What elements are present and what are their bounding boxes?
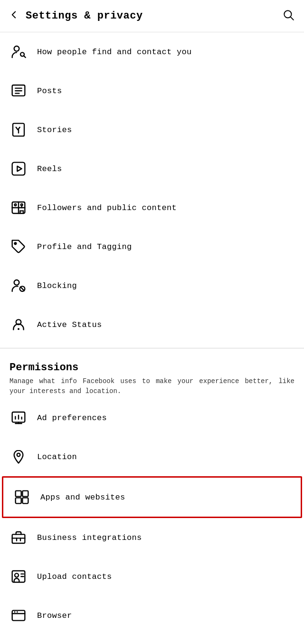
sidebar-item-stories[interactable]: Stories [0, 110, 304, 149]
svg-rect-36 [22, 491, 28, 497]
svg-rect-35 [16, 491, 21, 497]
posts-label: Posts [37, 87, 62, 96]
sidebar-item-ad-preferences[interactable]: Ad preferences [0, 398, 304, 437]
stories-icon [10, 121, 28, 139]
sidebar-item-off-facebook[interactable]: Off-Facebook activity [0, 635, 304, 644]
ad-prefs-icon [10, 409, 28, 427]
stories-label: Stories [37, 125, 72, 135]
svg-point-27 [18, 328, 19, 330]
reels-label: Reels [37, 164, 62, 173]
search-button[interactable] [282, 9, 294, 23]
person-find-icon [10, 43, 28, 61]
header: Settings & privacy [0, 0, 304, 32]
menu-list: How people find and contact you Posts St… [0, 32, 304, 344]
sidebar-item-upload-contacts[interactable]: Upload contacts [0, 557, 304, 596]
location-icon [10, 448, 28, 466]
sidebar-item-apps-websites[interactable]: Apps and websites [2, 476, 302, 518]
browser-label: Browser [37, 611, 72, 620]
sidebar-item-business-integrations[interactable]: Business integrations [0, 518, 304, 557]
reels-icon [10, 160, 28, 178]
apps-websites-label: Apps and websites [40, 493, 125, 502]
svg-rect-37 [16, 498, 21, 503]
header-left: Settings & privacy [8, 9, 143, 23]
sidebar-item-reels[interactable]: Reels [0, 149, 304, 188]
svg-line-1 [291, 17, 294, 20]
svg-line-25 [20, 287, 24, 291]
svg-point-22 [14, 242, 16, 244]
profile-tagging-label: Profile and Tagging [37, 242, 132, 251]
sidebar-item-location[interactable]: Location [0, 437, 304, 476]
posts-icon [10, 82, 28, 100]
active-status-label: Active Status [37, 320, 102, 329]
sidebar-item-active-status[interactable]: Active Status [0, 305, 304, 344]
sidebar-item-find-contact[interactable]: How people find and contact you [0, 32, 304, 71]
sidebar-item-profile-tagging[interactable]: Profile and Tagging [0, 227, 304, 266]
followers-icon [10, 199, 28, 217]
svg-rect-47 [12, 610, 25, 620]
svg-rect-38 [22, 498, 28, 503]
active-status-icon [10, 316, 28, 334]
browser-icon [10, 606, 28, 625]
followers-label: Followers and public content [37, 203, 177, 212]
permissions-section-header: Permissions Manage what info Facebook us… [0, 352, 304, 398]
svg-point-50 [17, 611, 18, 613]
svg-point-49 [14, 611, 16, 613]
blocking-label: Blocking [37, 281, 77, 290]
permissions-title: Permissions [10, 362, 294, 374]
svg-line-4 [24, 56, 25, 58]
business-integrations-label: Business integrations [37, 533, 142, 542]
sidebar-item-followers[interactable]: Followers and public content [0, 188, 304, 227]
back-button[interactable] [8, 9, 20, 23]
upload-contacts-label: Upload contacts [37, 572, 112, 581]
svg-point-23 [14, 280, 19, 285]
permissions-description: Manage what info Facebook uses to make y… [10, 376, 294, 396]
tag-icon [10, 238, 28, 256]
svg-point-2 [14, 46, 19, 51]
svg-point-34 [17, 453, 20, 457]
sidebar-item-posts[interactable]: Posts [0, 71, 304, 110]
find-contact-label: How people find and contact you [37, 48, 192, 57]
page-title: Settings & privacy [26, 10, 143, 22]
svg-point-44 [15, 573, 19, 577]
ad-preferences-label: Ad preferences [37, 413, 107, 423]
blocking-icon [10, 277, 28, 295]
sidebar-item-blocking[interactable]: Blocking [0, 266, 304, 305]
section-divider [0, 348, 304, 348]
svg-rect-39 [12, 534, 25, 543]
business-icon [10, 529, 28, 547]
permissions-list: Ad preferences Location Apps and website… [0, 398, 304, 644]
svg-point-16 [14, 204, 16, 206]
svg-rect-11 [12, 163, 25, 175]
upload-contacts-icon [10, 567, 28, 586]
location-label: Location [37, 452, 77, 461]
apps-websites-icon [13, 488, 31, 506]
svg-marker-12 [17, 166, 21, 172]
sidebar-item-browser[interactable]: Browser [0, 596, 304, 635]
